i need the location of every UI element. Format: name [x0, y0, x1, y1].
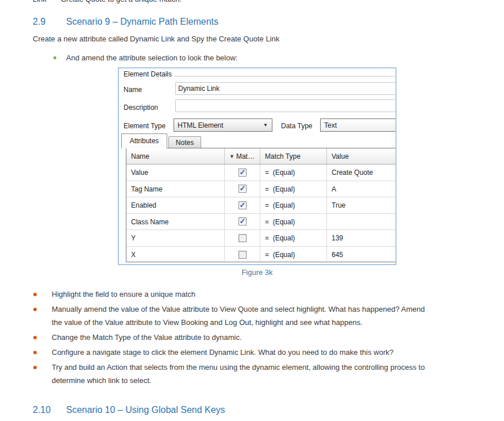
bullet-text: Manually amend the value of the Value at… — [52, 303, 436, 329]
list-item: Change the Match Type of the Value attri… — [33, 331, 436, 344]
table-row: Tag Name = (Equal) A — [126, 181, 396, 198]
attr-name: Enabled — [126, 197, 225, 213]
attr-name: Class Name — [126, 214, 225, 230]
match-cell — [225, 197, 260, 213]
value-cell: 645 — [327, 247, 396, 263]
list-item: Manually amend the value of the Value at… — [33, 303, 436, 329]
value-cell: A — [327, 181, 396, 197]
orange-bullet-icon — [33, 293, 37, 296]
match-checkbox[interactable] — [238, 234, 247, 242]
value-cell: Create Quote — [327, 164, 396, 181]
match-checkbox[interactable] — [238, 217, 247, 225]
description-label: Description — [124, 104, 158, 112]
element-details-dialog: Element Details Name Dynamic Link Descri… — [118, 67, 397, 265]
header-match[interactable]: ▼Mat… — [225, 148, 260, 164]
header-value[interactable]: Value — [327, 148, 396, 164]
table-row: Value = (Equal) Create Quote — [126, 164, 396, 181]
table-row: Class Name = (Equal) — [126, 214, 396, 231]
section-title: Scenario 10 – Using Global Send Keys — [66, 405, 225, 415]
bullet-text: Configure a navigate stage to click the … — [52, 346, 394, 359]
bullet-text: Change the Match Type of the Value attri… — [52, 331, 242, 344]
orange-bullet-icon — [33, 308, 37, 311]
match-type-cell: = (Equal) — [260, 197, 327, 213]
amend-bullet-text: And amend the attribute selection to loo… — [66, 53, 237, 62]
green-bullet-icon — [53, 56, 56, 59]
group-divider-line — [174, 76, 395, 76]
bullet-list: Highlight the field to ensure a unique m… — [33, 288, 436, 389]
group-label: Element Details — [124, 70, 172, 78]
section-number: 2.9 — [33, 17, 66, 27]
header-name[interactable]: Name — [126, 148, 225, 164]
document-page: LinkCreate Quote to get a unique match. … — [0, 0, 504, 421]
list-item: Highlight the field to ensure a unique m… — [33, 288, 436, 301]
list-item: Try and build an Action that selects fro… — [33, 361, 436, 387]
tab-attributes[interactable]: Attributes — [121, 133, 167, 148]
match-checkbox[interactable] — [238, 185, 247, 193]
value-cell: True — [327, 197, 396, 213]
orange-bullet-icon — [33, 366, 37, 369]
match-cell — [225, 230, 260, 246]
match-cell — [225, 181, 260, 197]
match-type-cell: = (Equal) — [260, 230, 327, 246]
table-row: Y = (Equal) 139 — [126, 230, 396, 247]
name-field[interactable]: Dynamic Link — [175, 82, 397, 95]
data-type-dropdown[interactable]: Text — [320, 118, 397, 132]
table-row: Enabled = (Equal) True — [126, 197, 396, 214]
match-type-cell: = (Equal) — [260, 247, 327, 263]
data-type-value: Text — [324, 121, 337, 129]
chevron-down-icon: ▼ — [263, 123, 268, 128]
figure-caption: Figure 3k — [118, 268, 397, 277]
description-field[interactable] — [175, 99, 397, 112]
element-type-label: Element Type — [124, 122, 166, 130]
amend-bullet-item: And amend the attribute selection to loo… — [53, 53, 237, 62]
clipped-fragment-left: Link — [33, 0, 47, 3]
list-item: Configure a navigate stage to click the … — [33, 346, 436, 359]
match-cell — [225, 164, 260, 181]
data-type-label: Data Type — [281, 122, 312, 130]
section-number: 2.10 — [33, 405, 66, 415]
match-cell — [225, 247, 260, 263]
section-heading-2-9: 2.9 Scenario 9 – Dynamic Path Elements — [33, 17, 218, 27]
bullet-text: Try and build an Action that selects fro… — [52, 361, 436, 387]
header-match-label: Mat… — [236, 152, 255, 160]
section-title: Scenario 9 – Dynamic Path Elements — [66, 17, 218, 27]
match-checkbox[interactable] — [238, 251, 247, 259]
element-type-dropdown[interactable]: HTML Element ▼ — [174, 118, 272, 132]
match-checkbox[interactable] — [238, 169, 247, 177]
match-type-cell: = (Equal) — [260, 214, 327, 230]
orange-bullet-icon — [33, 351, 37, 354]
header-match-type[interactable]: Match Type — [260, 148, 327, 164]
match-cell — [225, 214, 260, 230]
value-cell — [327, 214, 396, 230]
clipped-previous-line: LinkCreate Quote to get a unique match. — [33, 0, 182, 3]
intro-paragraph: Create a new attribute called Dynamic Li… — [33, 35, 279, 43]
table-row: X = (Equal) 645 — [126, 247, 396, 263]
table-header-row: Name ▼Mat… Match Type Value — [126, 148, 396, 164]
value-cell: 139 — [327, 230, 396, 246]
clipped-fragment-right: Create Quote to get a unique match. — [61, 0, 182, 3]
element-type-value: HTML Element — [178, 121, 224, 129]
attr-name: Y — [126, 230, 225, 246]
match-checkbox[interactable] — [238, 201, 247, 209]
match-type-cell: = (Equal) — [260, 164, 327, 181]
attr-name: Tag Name — [126, 181, 225, 197]
bullet-text: Highlight the field to ensure a unique m… — [52, 288, 195, 301]
section-heading-2-10: 2.10 Scenario 10 – Using Global Send Key… — [33, 405, 225, 415]
attr-name: Value — [126, 164, 225, 181]
attributes-table: Name ▼Mat… Match Type Value Value = (Equ… — [126, 148, 397, 262]
attr-name: X — [126, 247, 225, 263]
filter-icon: ▼ — [229, 154, 234, 159]
tab-notes[interactable]: Notes — [168, 136, 201, 148]
match-type-cell: = (Equal) — [260, 181, 327, 197]
name-label: Name — [124, 86, 142, 94]
orange-bullet-icon — [33, 336, 37, 339]
